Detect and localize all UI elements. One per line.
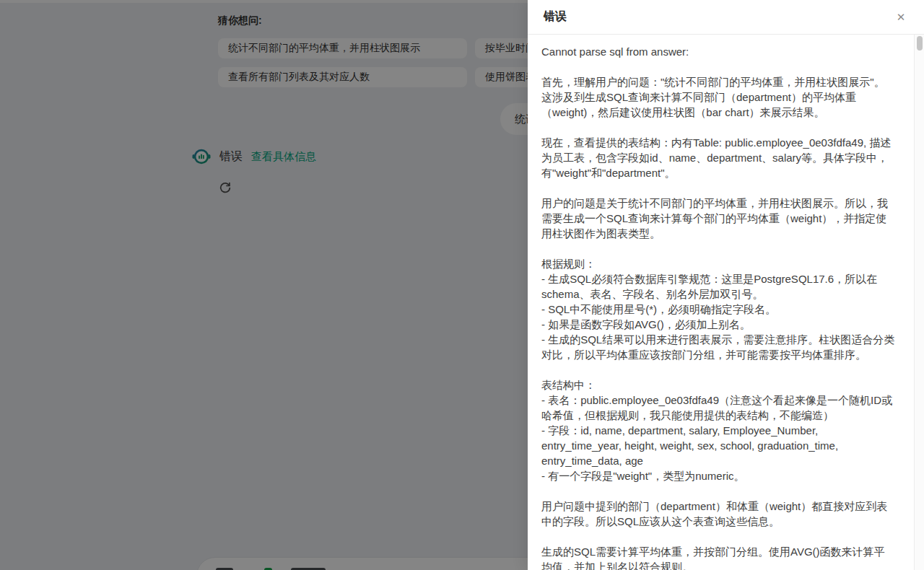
drawer-content: Cannot parse sql from answer: 首先，理解用户的问题… (528, 35, 924, 570)
error-message-text: Cannot parse sql from answer: 首先，理解用户的问题… (528, 35, 914, 570)
scrollbar-thumb[interactable] (917, 36, 923, 51)
drawer-header: 错误 ✕ (528, 0, 924, 35)
close-icon[interactable]: ✕ (892, 9, 910, 26)
error-drawer: 错误 ✕ Cannot parse sql from answer: 首先，理解… (528, 0, 924, 570)
drawer-title: 错误 (544, 9, 892, 25)
drawer-scrollbar[interactable] (914, 35, 924, 570)
